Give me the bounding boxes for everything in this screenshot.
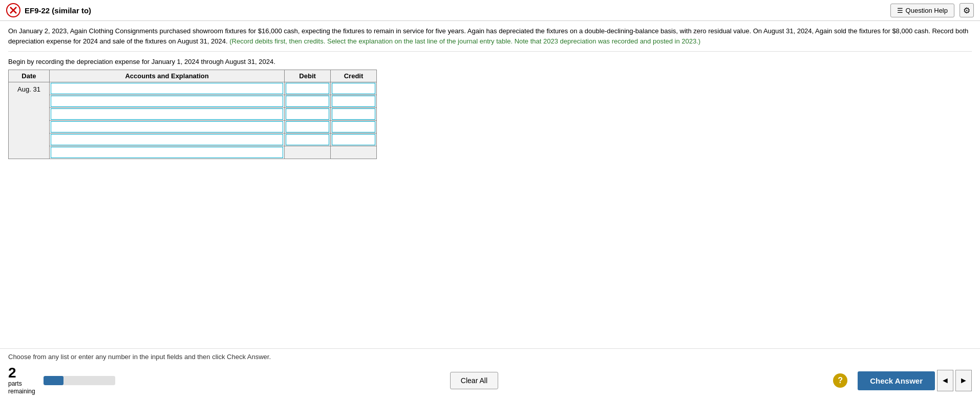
footer: Choose from any list or enter any number…: [0, 348, 980, 400]
main-content: On January 2, 2023, Again Clothing Consi…: [0, 21, 980, 348]
credit-cell-3: [331, 108, 377, 121]
footer-left: 2 parts remaining: [8, 366, 115, 396]
footer-bottom: 2 parts remaining Clear All ? Check Answ…: [8, 366, 972, 396]
account-cell: [49, 121, 284, 134]
clear-all-button[interactable]: Clear All: [450, 372, 498, 389]
debit-cell-2: [285, 95, 331, 108]
debit-input-4[interactable]: [286, 121, 329, 132]
credit-cell-5: [331, 134, 377, 146]
prev-button[interactable]: ◄: [937, 370, 953, 391]
table-row: Aug. 31: [9, 82, 377, 95]
progress-bar-fill: [44, 376, 63, 385]
question-help-label: Question Help: [906, 7, 948, 14]
header-right: ☰ Question Help ⚙: [890, 3, 974, 17]
account-cell: [49, 134, 284, 146]
credit-input-2[interactable]: [332, 96, 375, 107]
credit-cell-2: [331, 95, 377, 108]
header-left: EF9-22 (similar to): [6, 3, 91, 17]
gear-icon: ⚙: [963, 6, 970, 15]
problem-text: On January 2, 2023, Again Clothing Consi…: [8, 26, 972, 52]
list-icon: ☰: [897, 7, 903, 14]
credit-input-4[interactable]: [332, 121, 375, 132]
date-cell: Aug. 31: [9, 82, 50, 159]
account-cell: [49, 108, 284, 121]
debit-cell-1: [285, 82, 331, 95]
debit-input-1[interactable]: [286, 83, 329, 94]
debit-input-5[interactable]: [286, 134, 329, 145]
account-cell: [49, 82, 284, 95]
credit-input-1[interactable]: [332, 83, 375, 94]
account-input-6[interactable]: [51, 147, 283, 158]
credit-input-5[interactable]: [332, 134, 375, 145]
parts-label-line2: remaining: [8, 388, 35, 396]
page-title: EF9-22 (similar to): [25, 6, 91, 15]
parts-number: 2: [8, 366, 35, 380]
col-header-date: Date: [9, 70, 50, 82]
col-header-credit: Credit: [331, 70, 377, 82]
parts-remaining: 2 parts remaining: [8, 366, 35, 396]
question-help-button[interactable]: ☰ Question Help: [890, 4, 954, 17]
col-header-debit: Debit: [285, 70, 331, 82]
help-circle-button[interactable]: ?: [833, 373, 847, 388]
table-row: [9, 108, 377, 121]
credit-cell-6: [331, 146, 377, 159]
progress-bar-container: [44, 376, 115, 385]
account-cell: [49, 146, 284, 159]
table-row: [9, 146, 377, 159]
green-instruction: (Record debits first, then credits. Sele…: [229, 37, 700, 45]
account-input-4[interactable]: [51, 121, 283, 132]
next-button[interactable]: ►: [955, 370, 972, 391]
credit-cell-1: [331, 82, 377, 95]
table-row: [9, 95, 377, 108]
debit-cell-3: [285, 108, 331, 121]
settings-button[interactable]: ⚙: [960, 3, 974, 17]
col-header-accounts: Accounts and Explanation: [49, 70, 284, 82]
debit-cell-4: [285, 121, 331, 134]
table-row: [9, 121, 377, 134]
debit-input-3[interactable]: [286, 108, 329, 120]
footer-center: Clear All: [115, 372, 833, 389]
parts-label-line1: parts: [8, 380, 35, 388]
debit-input-2[interactable]: [286, 96, 329, 107]
account-input-5[interactable]: [51, 134, 283, 145]
debit-cell-6: [285, 146, 331, 159]
debit-cell-5: [285, 134, 331, 146]
logo-icon: [6, 3, 20, 17]
footer-instruction: Choose from any list or enter any number…: [8, 353, 972, 361]
account-input-3[interactable]: [51, 108, 283, 120]
account-input-2[interactable]: [51, 96, 283, 107]
credit-cell-4: [331, 121, 377, 134]
check-answer-button[interactable]: Check Answer: [858, 371, 935, 390]
table-row: [9, 134, 377, 146]
credit-input-3[interactable]: [332, 108, 375, 120]
header: EF9-22 (similar to) ☰ Question Help ⚙: [0, 0, 980, 21]
account-cell: [49, 95, 284, 108]
footer-right: ? Check Answer ◄ ►: [833, 370, 972, 391]
account-input-1[interactable]: [51, 83, 283, 94]
sub-instruction: Begin by recording the depreciation expe…: [8, 58, 972, 65]
journal-table: Date Accounts and Explanation Debit Cred…: [8, 70, 377, 159]
